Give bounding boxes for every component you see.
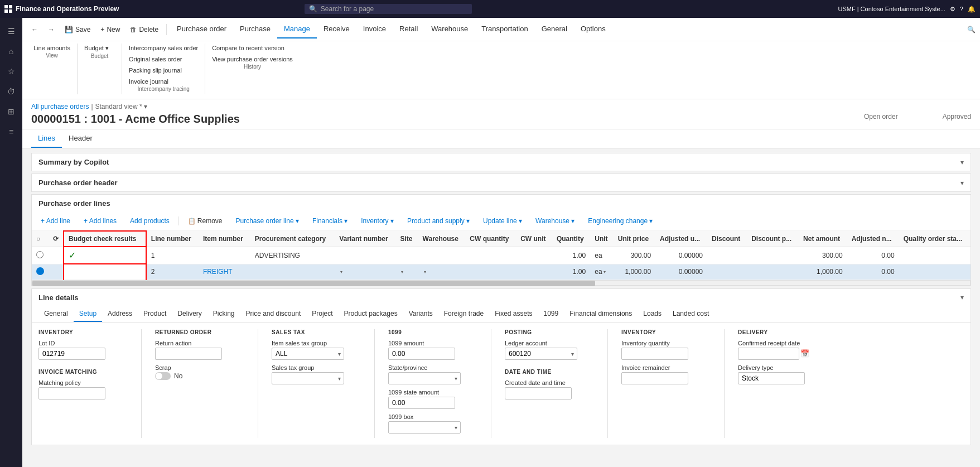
row1-select[interactable] xyxy=(32,247,49,264)
packing-slip-journal-btn[interactable]: Packing slip journal xyxy=(127,66,184,75)
confirmed-receipt-date-field: Confirmed receipt date 📅 xyxy=(738,340,827,360)
intercompany-sales-order-btn[interactable]: Intercompany sales order xyxy=(127,44,200,52)
line-details-header[interactable]: Line details ▾ xyxy=(32,289,971,306)
original-sales-order-btn[interactable]: Original sales order xyxy=(127,55,184,64)
update-line-dropdown-btn[interactable]: Update line ▾ xyxy=(479,215,527,227)
state-province-select[interactable] xyxy=(388,372,461,384)
help-icon[interactable]: ? xyxy=(960,6,963,12)
po-lines-table-scroll[interactable]: ○ ⟳ Budget check results Line number Ite… xyxy=(32,230,971,280)
table-scroll-bar[interactable] xyxy=(32,280,971,286)
page-tab-header[interactable]: Header xyxy=(62,129,99,148)
row2-select[interactable] xyxy=(32,264,49,280)
1099-state-amount-input[interactable] xyxy=(388,397,455,409)
delivery-type-input[interactable] xyxy=(738,372,805,384)
tab-transportation[interactable]: Transportation xyxy=(475,20,534,38)
1099-box-select[interactable] xyxy=(388,421,461,434)
calendar-icon[interactable]: 📅 xyxy=(800,349,809,358)
row1-radio[interactable] xyxy=(36,251,44,258)
view-line-amounts[interactable]: Line amounts xyxy=(31,44,73,52)
settings-icon[interactable]: ⚙ xyxy=(950,6,955,13)
tab-warehouse[interactable]: Warehouse xyxy=(424,20,475,38)
ld-tab-variants[interactable]: Variants xyxy=(403,306,438,322)
ld-tab-general[interactable]: General xyxy=(38,306,74,322)
tab-purchase-order[interactable]: Purchase order xyxy=(170,20,233,38)
search-bar[interactable]: 🔍 Search for a page xyxy=(305,4,472,14)
return-action-input[interactable] xyxy=(155,348,222,360)
ld-tab-product-packages[interactable]: Product packages xyxy=(339,306,403,322)
row2-warehouse-arrow[interactable]: ▾ xyxy=(424,269,426,275)
remove-btn[interactable]: 📋 Remove xyxy=(184,215,227,227)
tab-retail[interactable]: Retail xyxy=(393,20,424,38)
ld-tab-landed-cost[interactable]: Landed cost xyxy=(667,306,715,322)
inventory-quantity-input[interactable] xyxy=(621,348,688,360)
tab-manage[interactable]: Manage xyxy=(277,20,317,38)
sidebar-menu-icon[interactable]: ☰ xyxy=(2,22,20,40)
ld-tab-setup[interactable]: Setup xyxy=(74,306,102,322)
breadcrumb-view[interactable]: Standard view * ▾ xyxy=(95,103,147,110)
matching-policy-input[interactable] xyxy=(38,387,105,399)
ld-tab-address[interactable]: Address xyxy=(102,306,138,322)
tab-options[interactable]: Options xyxy=(574,20,612,38)
sidebar-star-icon[interactable]: ☆ xyxy=(2,62,20,80)
save-button[interactable]: 💾 Save xyxy=(60,23,95,36)
invoice-journal-btn[interactable]: Invoice journal xyxy=(127,77,171,86)
lot-id-input[interactable] xyxy=(38,348,105,360)
row2-item-number[interactable]: FREIGHT xyxy=(199,264,250,280)
add-products-btn[interactable]: Add products xyxy=(125,215,174,227)
view-po-versions-btn[interactable]: View purchase order versions xyxy=(210,55,295,64)
back-button[interactable]: ← xyxy=(27,23,42,36)
product-supply-dropdown-btn[interactable]: Product and supply ▾ xyxy=(403,215,474,227)
ld-tab-financial-dimensions[interactable]: Financial dimensions xyxy=(564,306,638,322)
ledger-account-select[interactable]: 600120 xyxy=(505,348,577,360)
delete-button[interactable]: 🗑 Delete xyxy=(125,23,163,36)
inventory-dropdown-btn[interactable]: Inventory ▾ xyxy=(356,215,398,227)
warehouse-dropdown-btn[interactable]: Warehouse ▾ xyxy=(531,215,579,227)
1099-amount-input[interactable] xyxy=(388,348,455,360)
stg-select[interactable] xyxy=(272,372,344,384)
ld-tab-foreign-trade[interactable]: Foreign trade xyxy=(438,306,489,322)
breadcrumb-link[interactable]: All purchase orders xyxy=(31,103,89,110)
tab-invoice[interactable]: Invoice xyxy=(356,20,393,38)
sidebar-clock-icon[interactable]: ⏱ xyxy=(2,83,20,100)
item-stg-select[interactable]: ALL xyxy=(272,348,344,360)
sidebar-list-icon[interactable]: ≡ xyxy=(2,123,20,141)
financials-dropdown-btn[interactable]: Financials ▾ xyxy=(308,215,352,227)
po-lines-section: Purchase order lines + Add line + Add li… xyxy=(31,194,971,286)
forward-button[interactable]: → xyxy=(44,23,59,36)
invoice-remainder-input[interactable] xyxy=(621,372,688,384)
ld-tab-fixed-assets[interactable]: Fixed assets xyxy=(489,306,538,322)
page-tab-lines[interactable]: Lines xyxy=(31,129,62,148)
notification-icon[interactable]: 🔔 xyxy=(968,6,976,13)
new-button[interactable]: + New xyxy=(96,23,124,36)
ld-tab-delivery[interactable]: Delivery xyxy=(172,306,207,322)
ld-tab-project[interactable]: Project xyxy=(306,306,338,322)
add-lines-btn[interactable]: + Add lines xyxy=(79,215,121,227)
ld-tab-product[interactable]: Product xyxy=(138,306,172,322)
state-province-field: State/province xyxy=(388,364,477,384)
engineering-change-dropdown-btn[interactable]: Engineering change ▾ xyxy=(583,215,657,227)
add-line-btn[interactable]: + Add line xyxy=(36,215,75,227)
po-header-section-header[interactable]: Purchase order header ▾ xyxy=(32,174,971,191)
compare-recent-btn[interactable]: Compare to recent version xyxy=(210,44,287,52)
created-date-input[interactable] xyxy=(505,387,572,399)
ld-tab-1099[interactable]: 1099 xyxy=(538,306,564,322)
summary-copilot-header[interactable]: Summary by Copilot ▾ xyxy=(32,153,971,171)
budget-dropdown[interactable]: Budget ▾ xyxy=(82,44,111,53)
ld-tab-loads[interactable]: Loads xyxy=(638,306,667,322)
tab-receive[interactable]: Receive xyxy=(317,20,356,38)
table-row[interactable]: ✓ 1 ADVERTISING xyxy=(32,247,971,264)
confirmed-receipt-date-input[interactable] xyxy=(738,348,799,360)
ld-tab-price-discount[interactable]: Price and discount xyxy=(240,306,306,322)
ld-tab-picking[interactable]: Picking xyxy=(207,306,240,322)
scrap-toggle[interactable] xyxy=(155,372,171,380)
sidebar-grid-icon[interactable]: ⊞ xyxy=(2,103,20,121)
po-line-dropdown-btn[interactable]: Purchase order line ▾ xyxy=(231,215,303,227)
sidebar-home-icon[interactable]: ⌂ xyxy=(2,42,20,60)
row2-variant-arrow[interactable]: ▾ xyxy=(340,269,342,275)
row2-site-arrow[interactable]: ▾ xyxy=(401,269,403,275)
row2-unit-arrow[interactable]: ▾ xyxy=(604,269,606,275)
table-row[interactable]: 2 FREIGHT ▾ xyxy=(32,264,971,280)
ribbon-search-icon[interactable]: 🔍 xyxy=(967,26,976,33)
tab-purchase[interactable]: Purchase xyxy=(233,20,277,38)
tab-general[interactable]: General xyxy=(535,20,574,38)
